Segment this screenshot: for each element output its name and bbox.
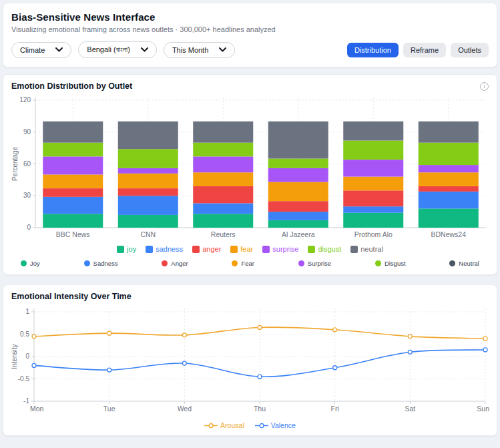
bar-segment-prothom-alo-neutral[interactable] — [343, 122, 403, 141]
bar-segment-prothom-alo-sadness[interactable] — [343, 206, 403, 213]
bar-segment-bdnews24-disgust[interactable] — [419, 143, 479, 165]
legend-item-sadness[interactable]: sadness — [146, 245, 183, 253]
bar-segment-cnn-disgust[interactable] — [118, 149, 178, 168]
bar-segment-bbc-news-joy[interactable] — [43, 214, 103, 228]
bar-segment-bbc-news-anger[interactable] — [43, 188, 103, 197]
tab-outlets[interactable]: Outlets — [451, 43, 489, 57]
legend-item-joy[interactable]: joy — [117, 245, 136, 253]
legend-label: Valence — [271, 421, 296, 429]
bar-segment-bdnews24-joy[interactable] — [419, 208, 479, 228]
valence-point-mon[interactable] — [32, 363, 36, 367]
valence-point-sun[interactable] — [483, 348, 487, 352]
tab-reframe[interactable]: Reframe — [403, 43, 446, 57]
valence-point-fri[interactable] — [333, 366, 337, 370]
arousal-point-thu[interactable] — [258, 325, 262, 329]
bar-segment-bdnews24-fear[interactable] — [419, 172, 479, 186]
surprise-swatch-icon — [262, 246, 270, 253]
legend-item-fear[interactable]: fear — [230, 245, 253, 253]
svg-text:0: 0 — [27, 224, 31, 231]
svg-text:Tue: Tue — [103, 405, 115, 413]
tab-distribution[interactable]: Distribution — [347, 43, 399, 57]
bar-segment-al-jazeera-joy[interactable] — [268, 220, 328, 228]
emotion-key-label: Surprise — [308, 260, 331, 267]
topic-dropdown-value: Climate — [20, 46, 45, 54]
bar-segment-cnn-neutral[interactable] — [118, 122, 178, 149]
arousal-point-mon[interactable] — [32, 334, 36, 339]
emotion-key-sadness: Sadness — [84, 260, 118, 267]
page-subtitle: Visualizing emotional framing across new… — [11, 25, 489, 33]
bar-segment-al-jazeera-fear[interactable] — [268, 182, 328, 202]
valence-point-thu[interactable] — [258, 375, 262, 379]
legend-label: Arousal — [220, 421, 244, 429]
bar-segment-al-jazeera-sadness[interactable] — [268, 212, 328, 220]
bar-segment-bbc-news-fear[interactable] — [43, 174, 103, 188]
legend-item-arousal[interactable]: Arousal — [204, 421, 244, 429]
bar-segment-bdnews24-surprise[interactable] — [419, 165, 479, 172]
svg-text:Al Jazeera: Al Jazeera — [282, 230, 315, 238]
legend-label: neutral — [360, 245, 383, 253]
bar-segment-reuters-surprise[interactable] — [193, 156, 253, 172]
bar-segment-bdnews24-anger[interactable] — [419, 186, 479, 192]
bar-segment-bdnews24-neutral[interactable] — [419, 122, 479, 143]
bar-segment-cnn-joy[interactable] — [118, 215, 178, 228]
bar-segment-reuters-anger[interactable] — [193, 186, 253, 203]
arousal-point-sun[interactable] — [483, 337, 487, 341]
emotion-key-label: Neutral — [459, 260, 479, 267]
chevron-down-icon — [55, 47, 63, 52]
bar-segment-cnn-anger[interactable] — [118, 188, 178, 196]
info-circle-icon[interactable]: i — [480, 82, 489, 91]
bar-segment-bbc-news-disgust[interactable] — [43, 143, 103, 157]
stacked-bar-chart: 0306090120PercentageBBC NewsCNNReutersAl… — [11, 91, 490, 240]
legend-item-neutral[interactable]: neutral — [350, 245, 383, 253]
bar-segment-prothom-alo-fear[interactable] — [343, 177, 403, 191]
bar-segment-reuters-fear[interactable] — [193, 172, 253, 186]
svg-text:Wed: Wed — [178, 405, 192, 413]
period-dropdown[interactable]: This Month — [164, 42, 235, 58]
svg-text:-1: -1 — [23, 397, 29, 405]
arousal-point-sat[interactable] — [408, 334, 412, 339]
bar-segment-cnn-fear[interactable] — [118, 174, 178, 188]
legend-item-anger[interactable]: anger — [192, 245, 221, 253]
language-dropdown[interactable]: Bengali (বাংলা) — [78, 41, 157, 58]
bar-segment-bbc-news-sadness[interactable] — [43, 197, 103, 214]
bar-segment-bbc-news-neutral[interactable] — [43, 122, 103, 143]
bar-segment-al-jazeera-neutral[interactable] — [268, 122, 328, 159]
legend-item-disgust[interactable]: disgust — [308, 245, 341, 253]
bar-segment-cnn-surprise[interactable] — [118, 168, 178, 174]
arousal-point-wed[interactable] — [182, 333, 186, 337]
svg-text:Thu: Thu — [254, 405, 266, 413]
valence-point-tue[interactable] — [107, 368, 111, 372]
bar-segment-al-jazeera-disgust[interactable] — [268, 159, 328, 168]
bar-segment-prothom-alo-disgust[interactable] — [343, 140, 403, 160]
svg-text:Sun: Sun — [477, 405, 489, 413]
bar-segment-prothom-alo-surprise[interactable] — [343, 160, 403, 176]
svg-text:60: 60 — [23, 160, 31, 168]
bar-segment-prothom-alo-joy[interactable] — [343, 213, 403, 228]
bar-segment-bbc-news-surprise[interactable] — [43, 156, 103, 174]
bar-segment-bdnews24-sadness[interactable] — [419, 192, 479, 208]
arousal-point-tue[interactable] — [107, 331, 111, 335]
legend-item-surprise[interactable]: surprise — [262, 245, 298, 253]
bar-segment-prothom-alo-anger[interactable] — [343, 190, 403, 206]
svg-text:Prothom Alo: Prothom Alo — [354, 230, 393, 238]
bar-segment-reuters-joy[interactable] — [193, 214, 253, 228]
bar-segment-reuters-disgust[interactable] — [193, 143, 253, 157]
topic-dropdown[interactable]: Climate — [11, 42, 71, 58]
bar-segment-reuters-sadness[interactable] — [193, 203, 253, 214]
valence-point-wed[interactable] — [182, 361, 186, 365]
surprise-dot-icon — [298, 260, 304, 266]
emotion-key-anger: Anger — [162, 260, 188, 267]
bar-segment-cnn-sadness[interactable] — [118, 196, 178, 215]
svg-text:1: 1 — [25, 308, 29, 315]
legend-label: anger — [202, 245, 221, 253]
svg-text:120: 120 — [19, 96, 31, 103]
bar-segment-reuters-neutral[interactable] — [193, 122, 253, 143]
intensity-card: Emotional Intensity Over Time 10.50-0.5-… — [3, 284, 497, 436]
chevron-down-icon — [141, 47, 148, 52]
valence-point-sat[interactable] — [408, 350, 412, 354]
arousal-point-fri[interactable] — [333, 328, 337, 332]
bar-segment-al-jazeera-anger[interactable] — [268, 201, 328, 212]
emotion-distribution-card: Emotion Distribution by Outlet i 0306090… — [3, 74, 497, 275]
bar-segment-al-jazeera-surprise[interactable] — [268, 168, 328, 182]
legend-item-valence[interactable]: Valence — [255, 421, 296, 429]
